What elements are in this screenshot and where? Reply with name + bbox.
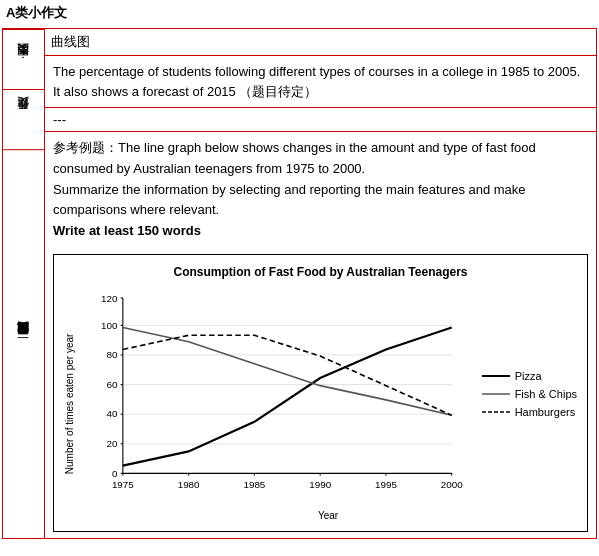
legend-pizza: Pizza — [482, 370, 577, 382]
sidebar: 图表类型： 作文题目 作文片曲线图文考参范一目思考来到官 — [3, 29, 45, 538]
divider: --- — [45, 108, 596, 132]
y-axis-label: Number of times eaten per year — [64, 287, 75, 521]
sample-intro: 参考例题：The line graph below shows changes … — [53, 140, 536, 176]
sample-instruction2: Write at least 150 words — [53, 223, 201, 238]
sample-instruction1: Summarize the information by selecting a… — [53, 182, 526, 218]
svg-text:2000: 2000 — [441, 479, 463, 490]
legend-hamburgers: Hamburgers — [482, 406, 577, 418]
svg-text:80: 80 — [106, 349, 117, 360]
chart-inner: 0 20 40 60 80 — [79, 287, 577, 521]
chart-title: Consumption of Fast Food by Australian T… — [64, 265, 577, 279]
chart-area: Number of times eaten per year 0 — [64, 287, 577, 521]
legend-fish-chips: Fish & Chips — [482, 388, 577, 400]
svg-text:40: 40 — [106, 408, 117, 419]
content-area: 曲线图 The percentage of students following… — [45, 29, 596, 538]
pizza-line — [123, 328, 452, 466]
svg-text:0: 0 — [112, 468, 118, 479]
task-description: The percentage of students following dif… — [45, 56, 596, 108]
chart-type-label: 曲线图 — [45, 29, 596, 56]
sample-text: 参考例题：The line graph below shows changes … — [45, 132, 596, 248]
page-title: A类小作文 — [0, 0, 599, 26]
sidebar-task-label: 作文题目 — [3, 89, 44, 149]
sidebar-chart-type: 图表类型： — [3, 29, 44, 89]
svg-text:1980: 1980 — [178, 479, 200, 490]
legend-pizza-label: Pizza — [515, 370, 542, 382]
legend-hamburgers-line — [482, 406, 510, 418]
chart-container: Consumption of Fast Food by Australian T… — [53, 254, 588, 532]
legend-fish-chips-label: Fish & Chips — [515, 388, 577, 400]
svg-text:100: 100 — [101, 320, 118, 331]
svg-text:20: 20 — [106, 438, 117, 449]
chart-svg-area: 0 20 40 60 80 — [79, 287, 577, 506]
chart-svg: 0 20 40 60 80 — [79, 287, 474, 506]
svg-text:1985: 1985 — [243, 479, 265, 490]
svg-text:120: 120 — [101, 293, 118, 304]
svg-text:60: 60 — [106, 379, 117, 390]
main-container: 图表类型： 作文题目 作文片曲线图文考参范一目思考来到官 曲线图 The per… — [2, 28, 597, 539]
sidebar-other: 作文片曲线图文考参范一目思考来到官 — [3, 149, 44, 538]
fish-chips-line — [123, 328, 452, 416]
legend-fish-chips-line — [482, 388, 510, 400]
chart-legend: Pizza Fish & Chips — [482, 287, 577, 506]
svg-text:1995: 1995 — [375, 479, 397, 490]
x-axis-label: Year — [79, 510, 577, 521]
svg-text:1975: 1975 — [112, 479, 134, 490]
svg-text:1990: 1990 — [309, 479, 331, 490]
legend-pizza-line — [482, 370, 510, 382]
legend-hamburgers-label: Hamburgers — [515, 406, 576, 418]
